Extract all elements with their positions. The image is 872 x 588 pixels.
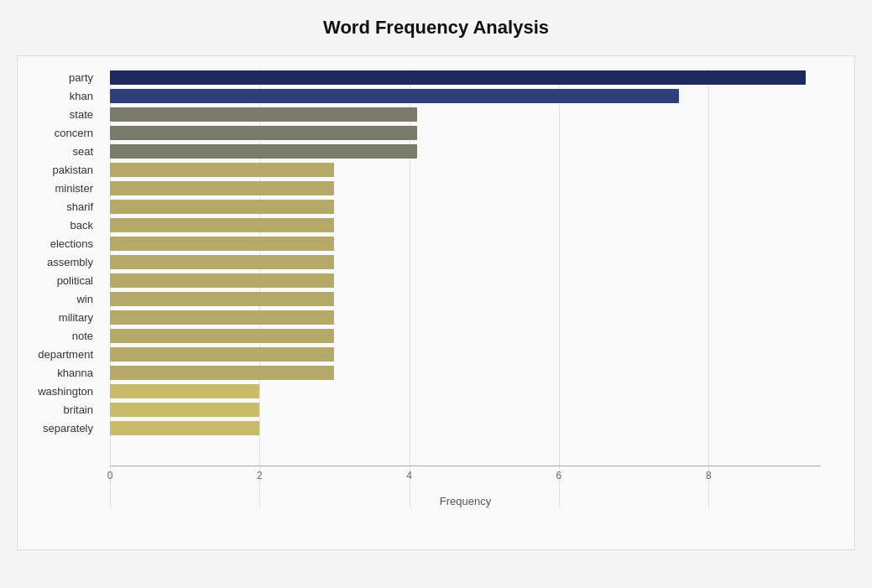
bar-fill (110, 218, 334, 232)
bar-label: department (18, 348, 102, 361)
bar-label: party (18, 71, 102, 84)
bar-label: concern (18, 127, 102, 139)
bar-label: note (18, 330, 102, 342)
bar-row: assembly (110, 253, 821, 271)
bar-row: khanna (110, 364, 821, 382)
bar-fill (110, 107, 417, 122)
bar-fill (110, 421, 259, 435)
bar-track (110, 366, 821, 380)
bar-row: separately (110, 419, 821, 437)
bar-fill (110, 144, 417, 159)
bar-fill (110, 273, 334, 288)
x-tick-label: 4 (393, 470, 426, 481)
bar-fill (110, 384, 259, 398)
bar-label: assembly (18, 256, 102, 268)
bar-label: separately (18, 422, 102, 434)
bar-track (110, 273, 821, 288)
chart-container: Word Frequency Analysis partykhanstateco… (0, 0, 872, 588)
bar-row: concern (110, 124, 821, 142)
x-axis-label: Frequency (110, 495, 821, 507)
bar-track (110, 70, 821, 85)
bar-track (110, 329, 821, 343)
x-tick-label: 8 (692, 470, 725, 481)
bar-row: elections (110, 235, 821, 252)
bar-label: minister (18, 182, 102, 195)
bar-track (110, 384, 821, 398)
bar-row: sharif (110, 198, 821, 216)
bar-label: britain (18, 403, 102, 416)
bar-row: department (110, 346, 821, 363)
bar-label: sharif (18, 200, 102, 213)
bar-row: note (110, 327, 821, 345)
bars-wrapper: partykhanstateconcernseatpakistanministe… (110, 69, 821, 507)
x-tick-label: 6 (542, 470, 576, 481)
bar-track (110, 403, 821, 417)
bar-fill (110, 255, 334, 269)
bar-track (110, 347, 821, 362)
bar-fill (110, 310, 334, 325)
bar-row: washington (110, 382, 821, 400)
x-tick-label: 2 (243, 470, 276, 481)
bar-fill (110, 70, 806, 85)
bar-track (110, 163, 821, 177)
x-tick-label: 0 (93, 470, 127, 481)
bar-fill (110, 292, 334, 306)
bar-track (110, 310, 821, 325)
bar-label: elections (18, 237, 102, 250)
bar-label: state (18, 108, 102, 121)
bar-label: pakistan (18, 164, 102, 176)
bar-label: seat (18, 145, 102, 158)
bar-row: khan (110, 87, 821, 105)
bar-row: britain (110, 401, 821, 419)
bar-track (110, 181, 821, 195)
bar-row: party (110, 69, 821, 86)
bar-fill (110, 126, 417, 140)
bar-track (110, 421, 821, 435)
bar-fill (110, 163, 334, 177)
bar-fill (110, 403, 259, 417)
bar-fill (110, 366, 334, 380)
bar-track (110, 292, 821, 306)
chart-area: partykhanstateconcernseatpakistanministe… (17, 55, 855, 550)
bar-fill (110, 329, 334, 343)
x-axis: 02468Frequency (110, 466, 821, 507)
bar-label: washington (18, 385, 102, 398)
bar-track (110, 107, 821, 122)
bar-row: state (110, 106, 821, 123)
bar-fill (110, 200, 334, 214)
bar-label: back (18, 219, 102, 232)
bar-track (110, 218, 821, 232)
bar-row: back (110, 216, 821, 234)
bar-fill (110, 89, 679, 103)
bar-row: minister (110, 180, 821, 197)
bar-row: seat (110, 143, 821, 160)
bar-row: win (110, 290, 821, 308)
bar-fill (110, 347, 334, 362)
bar-label: military (18, 311, 102, 324)
bar-track (110, 200, 821, 214)
bar-row: pakistan (110, 161, 821, 179)
bar-fill (110, 237, 334, 251)
bar-label: political (18, 274, 102, 287)
bar-row: political (110, 272, 821, 289)
bar-row: military (110, 309, 821, 326)
bar-track (110, 126, 821, 140)
bar-track (110, 144, 821, 159)
bar-label: khan (18, 90, 102, 102)
bar-label: khanna (18, 367, 102, 379)
bar-track (110, 89, 821, 103)
chart-title: Word Frequency Analysis (17, 17, 855, 39)
bar-label: win (18, 293, 102, 305)
bar-track (110, 237, 821, 251)
bar-fill (110, 181, 334, 195)
bar-track (110, 255, 821, 269)
